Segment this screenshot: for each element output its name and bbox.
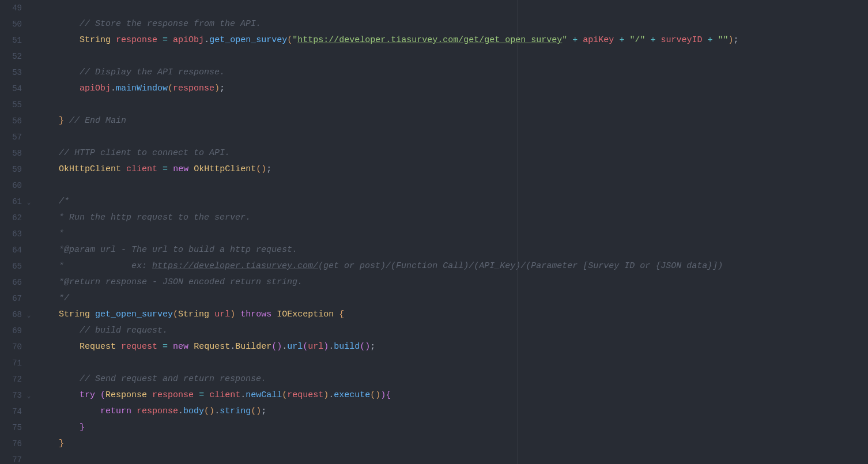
- gutter-row: 74: [0, 403, 36, 420]
- code-line[interactable]: // Display the API response.: [38, 65, 868, 81]
- code-token: apiObj: [173, 35, 204, 45]
- fold-chevron-icon[interactable]: ⌄: [23, 198, 35, 206]
- code-token: return: [100, 406, 131, 416]
- code-token: [38, 439, 59, 448]
- code-token: (: [168, 84, 173, 93]
- code-line[interactable]: [38, 0, 868, 16]
- code-token: Builder: [235, 342, 271, 352]
- code-token: response: [152, 390, 194, 400]
- code-token: // Store the response from the API.: [80, 19, 261, 29]
- code-token: ;: [266, 164, 271, 174]
- code-token: [111, 35, 116, 45]
- code-token: [147, 390, 152, 400]
- line-number: 57: [0, 133, 22, 142]
- code-line[interactable]: Request request = new Request.Builder().…: [38, 339, 868, 355]
- code-token: [116, 342, 121, 352]
- code-token: https://developer.tiasurvey.com/get/get_…: [297, 35, 562, 45]
- code-token: (: [282, 390, 287, 400]
- gutter-row: 49: [0, 0, 36, 16]
- code-token: .: [240, 390, 246, 400]
- gutter-row: 57: [0, 129, 36, 145]
- code-line[interactable]: // Send request and return response.: [38, 371, 868, 387]
- code-token: String: [178, 310, 209, 319]
- code-line[interactable]: // Store the response from the API.: [38, 16, 868, 32]
- gutter-row: 65: [0, 258, 36, 274]
- code-token: ): [323, 390, 329, 400]
- code-token: {: [339, 310, 344, 319]
- code-line[interactable]: [38, 452, 868, 464]
- code-line[interactable]: [38, 129, 868, 145]
- code-line[interactable]: *@return response - JSON encoded return …: [38, 274, 868, 291]
- code-line[interactable]: [38, 355, 868, 371]
- gutter-row: 61⌄: [0, 194, 36, 210]
- code-token: throws: [240, 310, 271, 319]
- code-line[interactable]: [38, 178, 868, 194]
- gutter-row: 68⌄: [0, 307, 36, 323]
- code-token: "": [718, 35, 729, 45]
- code-token: ): [729, 35, 734, 45]
- code-token: ;: [220, 84, 225, 93]
- code-token: ": [292, 35, 297, 45]
- code-token: url: [214, 310, 230, 319]
- code-line[interactable]: [38, 48, 868, 65]
- code-line[interactable]: */: [38, 291, 868, 307]
- code-token: [713, 35, 718, 45]
- code-line[interactable]: * Run the http request to the server.: [38, 210, 868, 226]
- line-number: 56: [0, 116, 22, 126]
- code-token: new: [173, 342, 188, 352]
- line-number: 50: [0, 20, 22, 29]
- line-number: 68: [0, 310, 22, 319]
- code-line[interactable]: [38, 97, 868, 113]
- code-token: [38, 277, 59, 287]
- code-token: .: [329, 390, 334, 400]
- code-line[interactable]: // build request.: [38, 323, 868, 339]
- code-token: [168, 164, 173, 174]
- code-line[interactable]: *: [38, 226, 868, 242]
- code-token: response: [137, 406, 178, 416]
- code-token: =: [163, 164, 168, 174]
- code-token: (): [251, 406, 261, 416]
- code-token: [271, 310, 277, 319]
- gutter-row: 55: [0, 97, 36, 113]
- fold-chevron-icon[interactable]: ⌄: [23, 311, 35, 319]
- code-token: ): [230, 310, 235, 319]
- code-token: [38, 374, 80, 384]
- code-token: (): [271, 342, 282, 352]
- code-token: * ex:: [59, 261, 152, 271]
- gutter-row: 71: [0, 355, 36, 371]
- code-line[interactable]: } // End Main: [38, 113, 868, 129]
- line-number: 64: [0, 246, 22, 255]
- code-token: response: [116, 35, 157, 45]
- code-line[interactable]: /*: [38, 194, 868, 210]
- code-token: // End Main: [69, 116, 126, 126]
- code-token: */: [59, 293, 69, 303]
- code-line[interactable]: // HTTP client to connect to API.: [38, 145, 868, 161]
- code-area[interactable]: // Store the response from the API. Stri…: [36, 0, 868, 464]
- code-line[interactable]: apiObj.mainWindow(response);: [38, 81, 868, 97]
- code-line[interactable]: }: [38, 436, 868, 452]
- code-token: OkHttpClient: [194, 164, 256, 174]
- code-token: .: [214, 406, 220, 416]
- line-number: 53: [0, 68, 22, 77]
- code-line[interactable]: return response.body().string();: [38, 403, 868, 420]
- line-number: 72: [0, 375, 22, 384]
- code-token: *@param url - The url to build a http re…: [59, 245, 297, 255]
- line-number: 77: [0, 455, 22, 464]
- code-line[interactable]: }: [38, 420, 868, 436]
- code-token: * Run the http request to the server.: [59, 213, 251, 222]
- code-line[interactable]: *@param url - The url to build a http re…: [38, 242, 868, 258]
- code-line[interactable]: String response = apiObj.get_open_survey…: [38, 32, 868, 48]
- code-token: [168, 35, 173, 45]
- code-editor[interactable]: 49505152535455565758596061⌄6263646566676…: [0, 0, 868, 464]
- code-token: [64, 116, 69, 126]
- code-token: execute: [334, 390, 370, 400]
- code-token: String: [80, 35, 111, 45]
- code-token: // build request.: [80, 326, 168, 335]
- gutter-row: 63: [0, 226, 36, 242]
- code-line[interactable]: * ex: https://developer.tiasurvey.com/(g…: [38, 258, 868, 274]
- code-token: request: [287, 390, 323, 400]
- fold-chevron-icon[interactable]: ⌄: [23, 392, 35, 399]
- code-line[interactable]: OkHttpClient client = new OkHttpClient()…: [38, 161, 868, 178]
- code-line[interactable]: String get_open_survey(String url) throw…: [38, 307, 868, 323]
- code-line[interactable]: try (Response response = client.newCall(…: [38, 387, 868, 403]
